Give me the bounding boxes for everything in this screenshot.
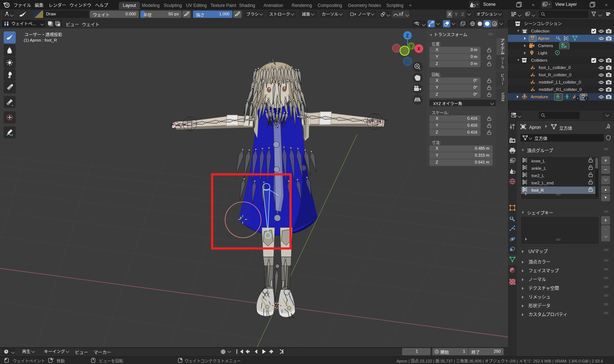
svg-text:Z: Z — [406, 33, 409, 38]
svg-text:X: X — [417, 46, 420, 51]
svg-text:Y: Y — [410, 44, 413, 49]
